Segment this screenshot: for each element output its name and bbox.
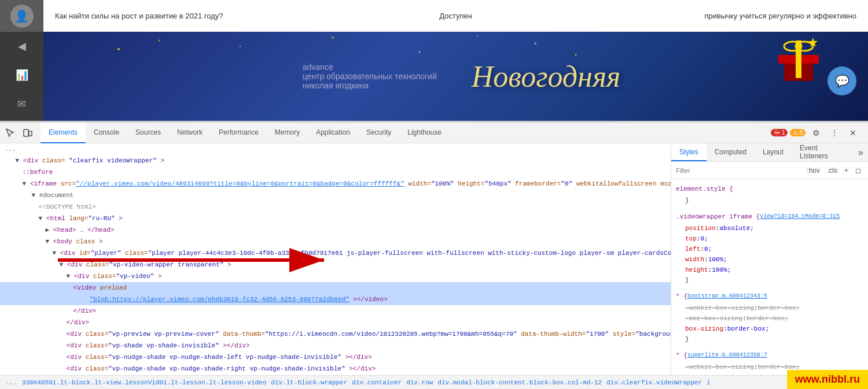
style-val: 0; (704, 244, 712, 254)
style-line: } (685, 195, 854, 206)
node-text: ▼ #document (32, 192, 74, 199)
style-source[interactable]: superlite-b…608412350:7 (687, 350, 767, 361)
style-val: border-box; (746, 313, 789, 324)
attr-value: "0" (561, 180, 572, 187)
attr-value-url[interactable]: "//player.vimeo.com/video/489314699?titl… (76, 180, 404, 187)
blob-url[interactable]: "blob:https://player.vimeo.com/eb6b3018-… (90, 296, 350, 303)
tag-close: > (161, 157, 165, 164)
settings-button[interactable]: ⚙ (808, 125, 824, 141)
more-button[interactable]: ⋮ (826, 125, 843, 141)
tab-lighthouse[interactable]: Lighthouse (399, 123, 450, 143)
tab-sources-label: Sources (135, 128, 161, 136)
expand-arrow[interactable]: ▼ (23, 180, 27, 187)
banner-logo: advance ЦЕНТР ОБРАЗОВАТЕЛЬНЫХ ТЕХНОЛОГИЙ… (291, 62, 437, 90)
breadcrumb-item[interactable]: div.container (351, 379, 403, 386)
attr-value: "player" (91, 250, 122, 257)
attr-name: data-thumb= (223, 331, 265, 338)
add-style-button[interactable]: + (842, 165, 851, 176)
expand-arrow[interactable]: ▼ (67, 273, 71, 280)
style-source[interactable]: bootstrap.m…608412343:5 (687, 291, 767, 302)
tab-network[interactable]: Network (169, 123, 211, 143)
html-line[interactable]: ▼ <div class= "clearfix videoWrapper" > (0, 155, 671, 166)
style-prop: position (685, 223, 716, 234)
expand-button[interactable]: ◻ (853, 165, 863, 176)
html-line-selected[interactable]: <video preload (0, 282, 671, 294)
attr-value: "background-image: url('https://i.vimeoc… (635, 331, 671, 338)
element-picker-button[interactable] (2, 125, 19, 141)
warn-count: 8 (799, 129, 803, 136)
filter-input[interactable] (676, 167, 802, 174)
svg-rect-15 (29, 131, 32, 136)
tag-text: <div (67, 331, 82, 338)
html-line[interactable]: ▶ <head> … </head> (0, 224, 671, 236)
expand-arrow[interactable]: ▶ (46, 227, 50, 234)
breadcrumb-item[interactable]: div.modal-block-content.block-box.col-md… (436, 379, 603, 386)
styles-tab-event-listeners[interactable]: Event Listeners (792, 143, 854, 161)
tab-console[interactable]: Console (86, 123, 127, 143)
devtools-tabs: Elements Console Sources Network Perform… (41, 123, 450, 143)
html-line[interactable]: ▼ <div id="player" class="player player-… (0, 247, 671, 259)
html-line[interactable]: ▼ <html lang="ru-RU" > (0, 213, 671, 224)
styles-panel: Styles Computed Layout Event Listeners » (671, 143, 868, 375)
tab-security[interactable]: Security (358, 123, 399, 143)
attr-name: class= (86, 261, 109, 268)
cls-button[interactable]: .cls (825, 165, 840, 176)
styles-tab-computed[interactable]: Computed (707, 143, 755, 161)
attr-name: webkitallowfullscreen mozallowfullscreen… (576, 180, 671, 187)
tag-text: <div (67, 342, 82, 349)
status-text: Доступен (322, 12, 590, 20)
sidebar: 👤 ◀ 📊 ✉ (0, 0, 43, 121)
pseudo-element: ::before (23, 169, 53, 176)
breadcrumb-item[interactable]: i (705, 379, 712, 386)
tab-application[interactable]: Application (308, 123, 358, 143)
html-line[interactable]: <div class="vp-nudge-shade vp-nudge-shad… (0, 351, 671, 363)
styles-tab-label: Styles (679, 148, 698, 156)
breadcrumb-item[interactable]: 330640591.lt-block.lt-view.lessonVid01.l… (21, 379, 267, 386)
tab-sources[interactable]: Sources (127, 123, 169, 143)
tab-performance[interactable]: Performance (211, 123, 267, 143)
expand-arrow[interactable]: ▼ (53, 250, 57, 257)
sidebar-icon-mail[interactable]: ✉ (0, 90, 43, 118)
right-description: привычку учиться регулярно и эффективно (589, 12, 856, 20)
styles-tab-more[interactable]: » (854, 143, 868, 161)
expand-arrow[interactable]: ▼ (16, 157, 20, 164)
expand-arrow[interactable]: ▼ (46, 238, 50, 245)
breadcrumb-item[interactable]: ... (5, 379, 19, 386)
sidebar-icon-chart[interactable]: 📊 (0, 61, 43, 90)
attr-name: lang= (69, 215, 88, 222)
avatar-area: 👤 (0, 0, 43, 32)
attr-name: preload (100, 284, 127, 291)
attr-value: "clearfix videoWrapper" (69, 157, 157, 164)
style-prop: left (685, 244, 700, 254)
style-colon: : (754, 303, 758, 313)
device-toggle-button[interactable] (20, 125, 36, 141)
styles-tab-layout[interactable]: Layout (755, 143, 792, 161)
html-line[interactable]: <div class="vp-shade vp-shade-invisible"… (0, 340, 671, 351)
close-button[interactable]: ✕ (845, 125, 861, 141)
style-selector-line: * { bootstrap.m…608412343:5 (676, 291, 863, 302)
style-source[interactable]: view?id=184…tMode=0:315 (760, 212, 840, 222)
tag-text: <div (23, 157, 38, 164)
html-line[interactable]: ▼ #document (0, 190, 671, 201)
tab-elements[interactable]: Elements (41, 123, 86, 143)
attr-name: class (76, 238, 95, 245)
expand-arrow[interactable]: ▼ (60, 261, 64, 268)
html-line-iframe[interactable]: ▼ <iframe src="//player.vimeo.com/video/… (0, 178, 671, 190)
sidebar-icon-back[interactable]: ◀ (0, 32, 43, 61)
chat-bubble[interactable]: 💬 (827, 66, 856, 95)
html-line[interactable]: ▼ <div class="vp-video" > (0, 271, 671, 282)
html-line-selected-url[interactable]: "blob:https://player.vimeo.com/eb6b3018-… (0, 294, 671, 305)
hov-button[interactable]: :hov (804, 165, 822, 176)
tag-text: </div> (67, 319, 90, 326)
html-line[interactable]: ▼ <body class > (0, 236, 671, 247)
breadcrumb-item[interactable]: div.lt-block-wrapper (270, 379, 348, 386)
tab-memory[interactable]: Memory (267, 123, 308, 143)
html-line[interactable]: ▼ <div class="vp-video-wrapper transpare… (0, 259, 671, 271)
html-line[interactable]: <div class="vp-preview vp-preview-cover"… (0, 328, 671, 340)
breadcrumb-item[interactable]: div.clearfix.videoWrapper (605, 379, 703, 386)
html-line[interactable]: <div class="vp-nudge-shade vp-nudge-shad… (0, 363, 671, 375)
styles-tab-styles[interactable]: Styles (671, 143, 707, 161)
expand-arrow[interactable]: ▼ (39, 215, 43, 222)
tag-text: </div> (73, 308, 97, 314)
breadcrumb-item[interactable]: div.row (405, 379, 434, 386)
